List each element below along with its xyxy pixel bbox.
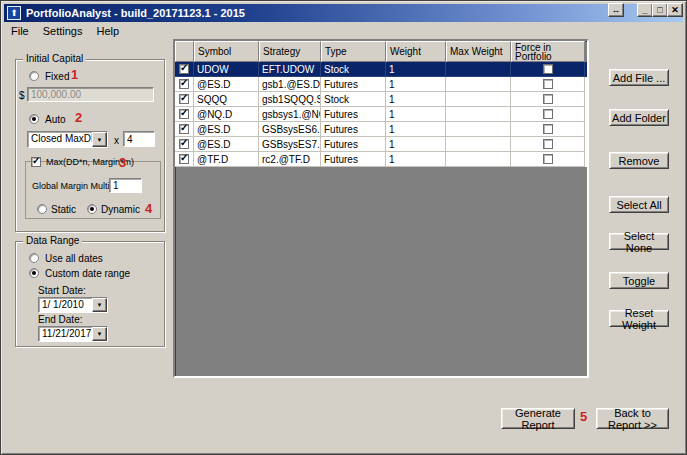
select-none-button[interactable]: Select None — [609, 233, 669, 250]
force-in-portfolio-checkbox[interactable] — [543, 124, 553, 134]
menu-bar: File Settings Help — [4, 22, 683, 39]
row-select-checkbox[interactable] — [179, 154, 189, 164]
force-in-portfolio-checkbox[interactable] — [543, 94, 553, 104]
table-row[interactable]: @ES.DGSBsysES6.@E...Futures1 — [175, 122, 587, 137]
back-to-report-button[interactable]: Back to Report >> — [596, 408, 669, 429]
cell: @ES.D — [194, 137, 259, 152]
chevron-down-icon[interactable]: ▼ — [92, 327, 107, 341]
custom-date-range-radio[interactable] — [29, 268, 39, 278]
row-select-checkbox[interactable] — [179, 139, 189, 149]
portfolio-table: SymbolStrategyTypeWeightMax WeightForce … — [173, 39, 589, 378]
column-header-type[interactable]: Type — [321, 41, 386, 62]
start-date-label: Start Date: — [38, 285, 86, 296]
row-select-checkbox[interactable] — [179, 109, 189, 119]
toggle-button[interactable]: Toggle — [609, 272, 669, 289]
maximize-icon[interactable]: □ — [652, 3, 668, 17]
static-radio[interactable] — [37, 204, 47, 214]
times-label: x — [114, 135, 119, 146]
menu-settings[interactable]: Settings — [36, 23, 90, 39]
force-in-portfolio-checkbox[interactable] — [543, 154, 553, 164]
multiplier-input[interactable] — [123, 131, 155, 147]
end-date-select[interactable]: 11/21/2017 ▼ — [38, 326, 108, 342]
dynamic-label: Dynamic — [101, 204, 140, 215]
start-date-select[interactable]: 1/ 1/2010 ▼ — [38, 297, 108, 313]
cell: @ES.D — [194, 77, 259, 92]
max-margin-checkbox[interactable] — [31, 157, 41, 167]
cell: 1 — [386, 92, 446, 107]
cell: Stock — [321, 92, 386, 107]
cell: gsb1.@ES.D — [259, 77, 321, 92]
title-bar[interactable]: ⬆ PortfolioAnalyst - build_20171123.1 - … — [4, 4, 683, 22]
column-header-weight[interactable]: Weight — [386, 41, 446, 62]
close-icon[interactable]: ✕ — [667, 3, 683, 17]
column-header-force-in-portfolio[interactable]: Force in Portfolio — [511, 41, 585, 62]
table-row[interactable]: UDOWEFT.UDOWStock1 — [175, 62, 587, 77]
app-icon: ⬆ — [7, 6, 21, 20]
add-folder-button[interactable]: Add Folder — [609, 109, 669, 126]
cell: GSBsysES7.@E... — [259, 137, 321, 152]
dynamic-radio[interactable] — [87, 204, 97, 214]
data-range-title: Data Range — [23, 235, 82, 246]
table-row[interactable]: SQQQgsb1SQQQ.SQQQStock1 — [175, 92, 587, 107]
row-select-checkbox[interactable] — [179, 64, 189, 74]
select-all-button[interactable]: Select All — [609, 196, 669, 213]
fixed-radio[interactable] — [29, 71, 39, 81]
remove-button[interactable]: Remove — [609, 152, 669, 169]
cell: 1 — [386, 77, 446, 92]
force-in-portfolio-checkbox[interactable] — [543, 139, 553, 149]
cell: Futures — [321, 107, 386, 122]
cell: gsb1SQQQ.SQQQ — [259, 92, 321, 107]
auto-radio[interactable] — [29, 114, 39, 124]
table-row[interactable]: @TF.Drc2.@TF.DFutures1 — [175, 152, 587, 167]
force-in-portfolio-checkbox[interactable] — [543, 64, 553, 74]
cell — [446, 77, 511, 92]
cell: @NQ.D — [194, 107, 259, 122]
chevron-down-icon[interactable]: ▼ — [92, 298, 107, 312]
window-title: PortfolioAnalyst - build_20171123.1 - 20… — [26, 7, 245, 19]
column-header-select[interactable] — [175, 41, 194, 62]
cell: 1 — [386, 137, 446, 152]
column-header-max-weight[interactable]: Max Weight — [446, 41, 511, 62]
capital-mode-select[interactable]: Closed MaxDD ▼ — [27, 131, 108, 148]
cell: EFT.UDOW — [259, 62, 321, 77]
cell: @TF.D — [194, 152, 259, 167]
capital-mode-value: Closed MaxDD — [28, 132, 92, 147]
generate-report-button[interactable]: Generate Report — [501, 408, 575, 429]
menu-help[interactable]: Help — [89, 23, 126, 39]
use-all-dates-radio[interactable] — [29, 253, 39, 263]
annotation-5: 5 — [580, 409, 587, 424]
fixed-amount-input[interactable] — [27, 87, 154, 102]
row-select-checkbox[interactable] — [179, 79, 189, 89]
cell: Stock — [321, 62, 386, 77]
cell: Futures — [321, 122, 386, 137]
table-row[interactable]: @ES.Dgsb1.@ES.DFutures1 — [175, 77, 587, 92]
use-all-dates-label: Use all dates — [45, 253, 103, 264]
cell: Futures — [321, 137, 386, 152]
annotation-1: 1 — [71, 67, 78, 82]
auto-label: Auto — [45, 114, 66, 125]
reset-weight-button[interactable]: Reset Weight — [609, 310, 669, 327]
currency-label: $ — [19, 90, 25, 101]
global-margin-input[interactable] — [109, 178, 142, 193]
cell — [446, 122, 511, 137]
force-in-portfolio-checkbox[interactable] — [543, 109, 553, 119]
annotation-4: 4 — [145, 201, 152, 216]
row-select-checkbox[interactable] — [179, 94, 189, 104]
add-file-button[interactable]: Add File ... — [609, 69, 669, 86]
menu-file[interactable]: File — [4, 23, 36, 39]
end-date-value: 11/21/2017 — [39, 327, 92, 341]
cell: Futures — [321, 77, 386, 92]
table-row[interactable]: @NQ.Dgsbsys1.@NQ.DFutures1 — [175, 107, 587, 122]
force-in-portfolio-checkbox[interactable] — [543, 79, 553, 89]
cell — [446, 92, 511, 107]
chevron-down-icon[interactable]: ▼ — [92, 132, 107, 147]
row-select-checkbox[interactable] — [179, 124, 189, 134]
cell: rc2.@TF.D — [259, 152, 321, 167]
custom-date-range-label: Custom date range — [45, 268, 130, 279]
minimize-icon[interactable]: _ — [637, 3, 653, 17]
resize-arrows-icon[interactable]: ↔ — [608, 3, 624, 17]
column-header-strategy[interactable]: Strategy — [259, 41, 321, 62]
column-header-symbol[interactable]: Symbol — [194, 41, 259, 62]
table-row[interactable]: @ES.DGSBsysES7.@E...Futures1 — [175, 137, 587, 152]
annotation-3: 3 — [119, 155, 126, 170]
